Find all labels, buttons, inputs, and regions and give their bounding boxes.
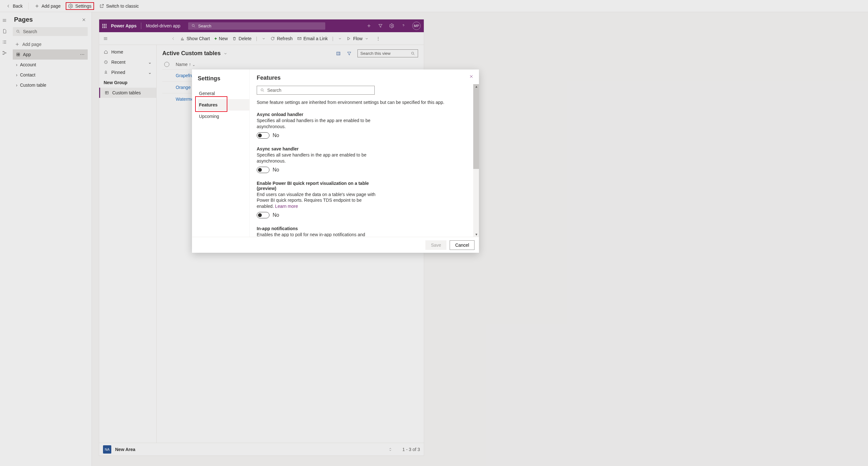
view-title[interactable]: Active Custom tables (162, 50, 228, 57)
avatar[interactable]: MP (412, 22, 421, 30)
feature-desc: Enables the app to poll for new in-app n… (257, 232, 378, 237)
pages-search[interactable]: Search (13, 27, 88, 36)
switch-label: Switch to classic (106, 3, 139, 9)
toggle-value: No (273, 212, 279, 218)
feature-desc: Specifies all save handlers in the app a… (257, 152, 378, 164)
pages-add-page[interactable]: Add page (13, 39, 88, 49)
area-switcher-icon[interactable] (388, 447, 393, 452)
flow-label: Flow (353, 36, 363, 41)
settings-tab-general[interactable]: General (198, 88, 249, 99)
flow-button[interactable]: Flow (347, 36, 369, 41)
global-search[interactable]: Search (188, 22, 325, 30)
external-icon (99, 3, 104, 9)
nav-home[interactable]: Home (99, 47, 156, 57)
area-badge: NA (103, 445, 111, 454)
nav-pinned[interactable]: Pinned ⌄ (99, 67, 156, 77)
scroll-down-icon[interactable]: ▼ (475, 233, 478, 236)
edit-columns-icon[interactable] (336, 51, 341, 56)
svg-point-15 (411, 52, 413, 54)
hamburger-icon[interactable] (2, 18, 7, 23)
trash-icon (232, 36, 237, 41)
table-header: Name ↑ ⌄ (162, 57, 418, 69)
settings-nav-title: Settings (198, 75, 249, 82)
chevron-down-icon[interactable] (261, 36, 266, 41)
plus-icon (34, 3, 39, 9)
close-icon[interactable] (81, 17, 86, 22)
chevron-down-icon (365, 36, 369, 41)
toggle-async-save[interactable] (257, 167, 270, 173)
tree-icon[interactable] (2, 51, 7, 56)
pages-search-ph: Search (23, 29, 37, 34)
settings-button[interactable]: Settings (66, 2, 94, 10)
scroll-up-icon[interactable]: ▲ (475, 85, 478, 88)
nav-label: Custom tables (112, 90, 141, 95)
chevron-down-icon[interactable] (338, 36, 342, 41)
gear-icon[interactable] (390, 23, 395, 28)
switch-classic-button[interactable]: Switch to classic (97, 2, 142, 10)
search-icon (260, 88, 265, 93)
nav-label: Home (111, 49, 123, 55)
settings-label: Settings (75, 3, 92, 9)
delete-button[interactable]: Delete (232, 36, 251, 41)
email-link-button[interactable]: Email a Link (297, 36, 328, 41)
settings-tab-features[interactable]: Features (198, 99, 249, 110)
settings-search[interactable]: Search (257, 86, 375, 95)
settings-main: Features Search Some feature settings ar… (249, 69, 479, 237)
nav-recent[interactable]: Recent ⌄ (99, 57, 156, 67)
refresh-icon (271, 36, 275, 41)
more-icon[interactable]: ⋯ (80, 52, 85, 57)
svg-point-4 (17, 30, 19, 32)
more-icon[interactable]: ⋮ (376, 36, 380, 41)
help-icon[interactable] (401, 23, 406, 28)
show-chart-label: Show Chart (187, 36, 210, 41)
page-item-account[interactable]: › Account (13, 60, 88, 70)
arrow-left-icon[interactable] (170, 36, 176, 41)
col-name[interactable]: Name ↑ ⌄ (176, 62, 195, 67)
back-button[interactable]: Back (3, 2, 25, 10)
feature-desc: End users can visualize the data on a ta… (257, 192, 378, 210)
show-chart-button[interactable]: Show Chart (180, 36, 210, 41)
hamburger-icon[interactable] (103, 36, 108, 41)
svg-rect-7 (17, 55, 18, 56)
settings-main-title: Features (257, 75, 472, 81)
back-label: Back (13, 3, 23, 9)
page-label: Custom table (20, 82, 46, 88)
toggle-powerbi[interactable] (257, 212, 270, 218)
close-icon (469, 74, 474, 79)
list-icon[interactable] (2, 39, 7, 45)
separator: | (332, 36, 334, 41)
scrollbar-thumb[interactable] (473, 84, 479, 169)
funnel-icon[interactable] (347, 51, 352, 56)
search-icon (191, 24, 196, 28)
plus-icon (15, 42, 20, 47)
pages-panel: Pages Search Add page App ⋯ › Account › … (9, 12, 92, 466)
page-item-custom-table[interactable]: › Custom table (13, 80, 88, 90)
plus-icon[interactable] (366, 23, 372, 28)
feature-title: Async save handler (257, 146, 378, 152)
page-item-app[interactable]: App ⋯ (13, 49, 88, 60)
mail-icon (297, 36, 302, 41)
funnel-icon[interactable] (378, 23, 383, 28)
waffle-icon[interactable] (102, 24, 106, 28)
settings-tab-upcoming[interactable]: Upcoming (198, 110, 249, 122)
new-button[interactable]: + New (214, 36, 228, 41)
save-button: Save (425, 240, 446, 250)
page-icon[interactable] (2, 29, 7, 34)
feature-async-save: Async save handler Specifies all save ha… (257, 146, 378, 173)
add-page-label: Add page (41, 3, 61, 9)
pages-title: Pages (14, 16, 33, 23)
close-button[interactable] (467, 73, 475, 81)
feature-powerbi: Enable Power BI quick report visualizati… (257, 181, 378, 219)
svg-rect-6 (19, 53, 20, 54)
nav-custom-tables[interactable]: Custom tables (99, 88, 156, 98)
svg-point-16 (261, 89, 263, 91)
add-page-button[interactable]: Add page (32, 2, 63, 10)
select-all-checkbox[interactable] (164, 62, 169, 67)
toggle-async-onload[interactable] (257, 132, 270, 139)
refresh-button[interactable]: Refresh (271, 36, 292, 41)
learn-more-link[interactable]: Learn more (275, 204, 298, 209)
svg-rect-13 (105, 92, 108, 94)
page-item-contact[interactable]: › Contact (13, 70, 88, 80)
cancel-button[interactable]: Cancel (450, 240, 474, 250)
view-search[interactable]: Search this view (358, 49, 418, 57)
